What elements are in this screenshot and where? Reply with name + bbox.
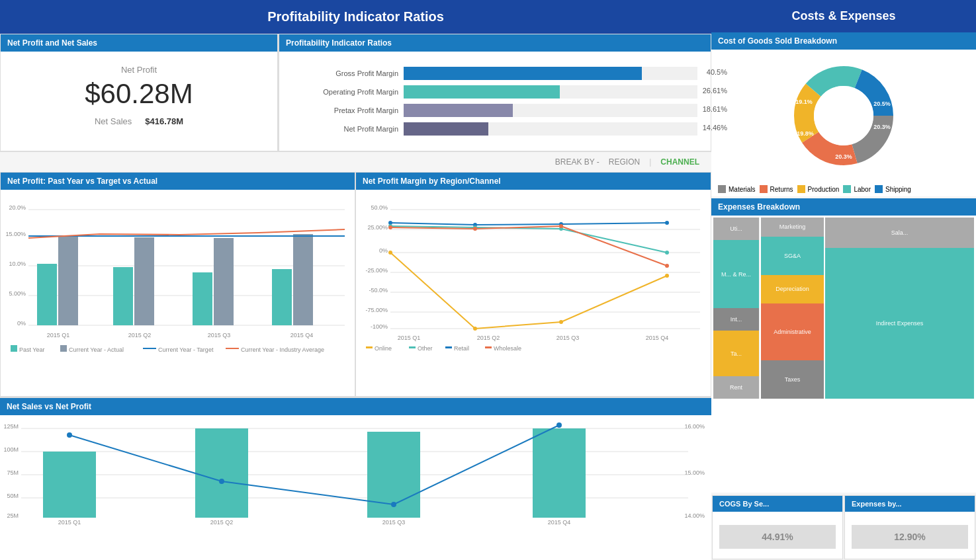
net-profit-label: Net Profit (14, 65, 264, 75)
svg-text:2015 Q2: 2015 Q2 (477, 335, 500, 341)
svg-rect-14 (58, 236, 78, 325)
profitability-header: Profitability Indicator Ratios (279, 34, 711, 52)
left-panel: Profitability Indicator Ratios Net Profi… (0, 0, 711, 560)
expenses-mid-col: Marketing SG&A Depreciation Administrati… (761, 218, 824, 399)
materials-color (718, 185, 726, 193)
expenses-by-value: 12.90% (852, 525, 968, 549)
break-region-btn[interactable]: REGION (605, 156, 644, 168)
svg-point-90 (391, 502, 396, 507)
svg-text:50M: 50M (7, 493, 19, 499)
svg-rect-15 (134, 237, 154, 325)
svg-text:Current Year - Industry Averag: Current Year - Industry Average (241, 346, 324, 353)
profitability-bar-row: Operating Profit Margin26.61% (292, 85, 697, 99)
cogs-by-segment-content: 44.91% (713, 512, 842, 559)
legend-shipping: Shipping (875, 185, 911, 193)
expenses-chart: Uti... M... & Re... Int... Ta... Rent Ma… (711, 216, 976, 401)
svg-text:125M: 125M (3, 423, 19, 430)
svg-rect-87 (533, 428, 586, 518)
svg-text:2015 Q4: 2015 Q4 (646, 335, 669, 341)
exp-rent: Rent (713, 376, 759, 399)
svg-rect-70 (485, 346, 492, 348)
net-profit-margin-content: 50.0% 25.00% 0% -25.00% -50.0% -75.00% -… (356, 190, 711, 396)
svg-rect-66 (409, 346, 416, 348)
svg-text:20.3%: 20.3% (873, 124, 891, 130)
legend-production: Production (797, 185, 840, 193)
expenses-header: Expenses Breakdown (711, 198, 976, 216)
svg-text:2015 Q1: 2015 Q1 (47, 332, 70, 339)
expenses-by-header: Expenses by... (845, 496, 975, 512)
svg-text:25.00%: 25.00% (367, 224, 388, 231)
expenses-by-content: 12.90% (845, 512, 975, 559)
svg-rect-84 (43, 452, 96, 518)
svg-text:2015 Q3: 2015 Q3 (556, 335, 580, 341)
svg-text:20.0%: 20.0% (9, 204, 26, 211)
svg-point-57 (473, 227, 477, 231)
cogs-legend: Materials Returns Production Labor Shipp… (711, 182, 976, 196)
svg-rect-64 (366, 346, 373, 348)
svg-text:2015 Q3: 2015 Q3 (382, 519, 406, 526)
profitability-bar-row: Gross Profit Margin40.5% (292, 67, 697, 80)
net-sales-row: Net Sales $416.78M (14, 116, 264, 126)
shipping-color (875, 185, 883, 193)
svg-point-45 (473, 327, 477, 331)
svg-rect-16 (214, 238, 234, 325)
middle-charts-row: Net Profit: Past Year vs Target vs Actua… (0, 172, 711, 397)
svg-text:Wholesale: Wholesale (494, 345, 521, 352)
donut-container: 20.5% 20.3% 20.3% 19.8% 19.1% (711, 50, 976, 182)
svg-rect-10 (37, 264, 57, 325)
net-sales-chart-box: Net Sales vs Net Profit 125M 100M 75M 50… (0, 397, 711, 560)
legend-returns: Returns (760, 185, 793, 193)
svg-text:2015 Q4: 2015 Q4 (290, 332, 314, 339)
svg-text:Current Year - Target: Current Year - Target (158, 346, 214, 353)
svg-text:2015 Q2: 2015 Q2 (128, 332, 152, 339)
svg-text:Other: Other (418, 345, 433, 352)
profitability-box: Profitability Indicator Ratios Gross Pro… (278, 34, 711, 151)
svg-text:Online: Online (375, 345, 392, 352)
svg-point-56 (388, 225, 392, 229)
exp-m-re: M... & Re... (713, 240, 759, 308)
legend-materials: Materials (718, 185, 756, 193)
cogs-header: Cost of Goods Sold Breakdown (711, 32, 976, 50)
break-channel-btn[interactable]: CHANNEL (656, 156, 703, 168)
svg-text:Past Year: Past Year (19, 346, 45, 353)
svg-text:2015 Q1: 2015 Q1 (398, 335, 421, 341)
returns-color (760, 185, 768, 193)
top-row: Net Profit and Net Sales Net Profit $60.… (0, 34, 711, 151)
svg-rect-85 (195, 428, 248, 518)
svg-text:20.3%: 20.3% (835, 153, 852, 160)
svg-text:2015 Q2: 2015 Q2 (210, 519, 234, 526)
expenses-left-col: Uti... M... & Re... Int... Ta... Rent (713, 218, 760, 399)
svg-point-91 (556, 422, 562, 428)
exp-marketing: Marketing (761, 218, 824, 237)
svg-text:20.5%: 20.5% (873, 100, 891, 107)
svg-text:-100%: -100% (371, 323, 388, 330)
net-profit-value: $60.28M (14, 78, 264, 110)
svg-point-88 (67, 432, 72, 438)
svg-text:-75.00%: -75.00% (365, 307, 388, 313)
net-profit-margin-header: Net Profit Margin by Region/Channel (356, 173, 711, 190)
svg-text:19.1%: 19.1% (795, 99, 813, 105)
svg-text:19.8%: 19.8% (797, 130, 814, 137)
svg-text:0%: 0% (17, 320, 26, 327)
main-header: Profitability Indicator Ratios (0, 0, 711, 34)
net-profit-margin-svg: 50.0% 25.00% 0% -25.00% -50.0% -75.00% -… (356, 193, 707, 372)
exp-int: Int... (713, 308, 759, 331)
svg-text:0%: 0% (379, 247, 388, 254)
profitability-content: Gross Profit Margin40.5%Operating Profit… (279, 52, 711, 151)
svg-point-101 (814, 86, 873, 145)
net-sales-chart-content: 125M 100M 75M 50M 25M 16.00% 15.00% 14.0… (0, 415, 711, 531)
svg-rect-24 (60, 345, 67, 352)
svg-point-55 (665, 251, 669, 255)
svg-text:Current Year - Actual: Current Year - Actual (69, 346, 124, 353)
svg-text:5.00%: 5.00% (9, 290, 26, 297)
net-sales-svg: 125M 100M 75M 50M 25M 16.00% 15.00% 14.0… (0, 415, 708, 528)
net-profit-past-content: 20.0% 15.00% 10.0% 5.00% 0% (1, 190, 355, 396)
svg-point-58 (559, 224, 563, 228)
svg-text:2015 Q4: 2015 Q4 (548, 519, 571, 526)
right-panel: Costs & Expenses Cost of Goods Sold Brea… (711, 0, 976, 560)
exp-taxes: Taxes (761, 360, 824, 399)
net-profit-past-svg: 20.0% 15.00% 10.0% 5.00% 0% (1, 193, 351, 372)
svg-text:75M: 75M (7, 469, 19, 476)
svg-text:2015 Q3: 2015 Q3 (208, 332, 231, 339)
svg-point-59 (665, 264, 669, 268)
